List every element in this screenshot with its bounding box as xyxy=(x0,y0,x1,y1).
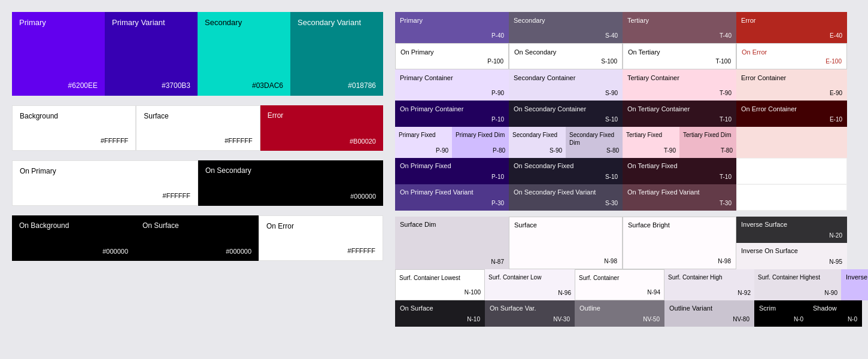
swatch-hex: #000000 xyxy=(350,193,376,200)
cell-code: E-100 xyxy=(825,58,842,65)
on-swatch-on-primary: On Primary#FFFFFF xyxy=(12,160,198,206)
cell-code: P-40 xyxy=(491,32,504,39)
cell-label: Surf. Container Lowest xyxy=(399,274,481,282)
row-surface-top: Surface Dim N-87 Surface N-98 Surface Br… xyxy=(395,217,868,269)
cell-code: S-80 xyxy=(606,147,619,154)
swatch-hex: #3700B3 xyxy=(162,81,190,90)
on-fixed-cell-on-secondary-fixed: On Secondary Fixed S-10 xyxy=(509,158,623,184)
cell-label: Surf. Container High xyxy=(668,273,751,281)
cell-code: P-10 xyxy=(491,116,504,123)
cell-label: On Tertiary Fixed xyxy=(627,162,732,169)
cell-code: P-90 xyxy=(491,90,504,96)
cell-label: On Secondary xyxy=(514,48,617,56)
color-cell-on-primary: On Primary P-100 xyxy=(395,43,509,69)
cell-label: On Primary Fixed xyxy=(400,162,504,169)
cell-label: Primary Container xyxy=(400,74,504,82)
surf-cont-cell-surf-container-low: Surf. Container Low N-96 xyxy=(485,269,575,300)
bg-color-row: Background#FFFFFFSurface#FFFFFFError#B00… xyxy=(12,105,383,151)
color-cell-on-error: On Error E-100 xyxy=(736,43,847,69)
cell-label: Tertiary Container xyxy=(627,74,732,82)
fixed-group-0: Primary Fixed P-90 Primary Fixed Dim P-8… xyxy=(395,127,509,158)
cell-code: T-80 xyxy=(721,147,733,154)
color-cell-primary-container: Primary Container P-90 xyxy=(395,69,509,101)
cell-label: On Surface Var. xyxy=(490,305,570,312)
surf-cell-surface: Surface N-98 xyxy=(509,217,623,269)
cell-label: On Secondary Fixed Variant xyxy=(514,188,618,196)
surf-cont-cell-surf-container-high: Surf. Container High N-92 xyxy=(664,269,754,300)
swatch-hex: #6200EE xyxy=(68,81,98,90)
cell-label: On Error Container xyxy=(741,105,842,113)
fixed-cell-tertiary-fixed-dim: Tertiary Fixed Dim T-80 xyxy=(679,127,736,158)
cell-label: Surf. Container Low xyxy=(488,273,571,281)
cell-label: On Error xyxy=(742,48,842,56)
swatch-name: On Primary xyxy=(20,167,190,175)
cell-code: N-90 xyxy=(824,290,837,296)
cell-label: Error xyxy=(741,16,842,25)
cell-code: E-40 xyxy=(830,32,842,39)
surf-cont-cell-surf-container: Surf. Container N-94 xyxy=(575,269,664,300)
cell-code: P-10 xyxy=(491,174,504,180)
bg-swatch-surface: Surface#FFFFFF xyxy=(136,105,260,151)
fixed-cell-primary-fixed-dim: Primary Fixed Dim P-80 xyxy=(452,127,509,158)
color-cell-secondary-container: Secondary Container S-90 xyxy=(509,69,623,101)
cell-label: Inverse Surface xyxy=(741,221,842,228)
cell-label: Secondary Fixed Dim xyxy=(569,131,619,147)
cell-label: Surf. Container xyxy=(579,274,660,282)
swatch-name: Background xyxy=(20,112,128,120)
color-cell-on-error-container: On Error Container E-10 xyxy=(736,101,847,127)
row-on-containers: On Primary Container P-10 On Secondary C… xyxy=(395,101,868,127)
cell-label: Tertiary Fixed xyxy=(626,131,676,139)
color-cell-on-secondary: On Secondary S-100 xyxy=(509,43,623,69)
cell-code: N-96 xyxy=(558,290,571,296)
cell-label: Outline xyxy=(579,305,660,312)
cell-code: E-10 xyxy=(830,116,842,123)
cell-label: Surface xyxy=(514,221,617,229)
cell-code: N-0 xyxy=(794,316,803,323)
swatch-hex: #B00020 xyxy=(350,138,376,145)
swatch-name: Error xyxy=(268,111,376,120)
on-row2: On Background#000000On Surface#000000On … xyxy=(12,215,383,261)
swatch-name: Surface xyxy=(144,112,252,120)
color-swatch-primary-variant: Primary Variant#3700B3 xyxy=(105,12,198,96)
cell-code: N-20 xyxy=(829,232,842,239)
bg-swatch-error: Error#B00020 xyxy=(260,105,383,151)
cell-code: N-94 xyxy=(647,289,660,296)
color-cell-on-tertiary: On Tertiary T-100 xyxy=(623,43,736,69)
swatch-name: Primary Variant xyxy=(112,18,190,27)
inverse-on-surface: Inverse On SurfaceN-95 xyxy=(736,243,847,269)
cell-label: Primary Fixed xyxy=(399,131,448,139)
cell-code: S-90 xyxy=(550,147,562,154)
swatch-name: Secondary xyxy=(205,18,283,27)
cell-code: P-90 xyxy=(436,147,448,154)
color-cell-on-tertiary-container: On Tertiary Container T-10 xyxy=(623,101,736,127)
cell-label: On Tertiary Container xyxy=(627,105,732,113)
row10-cell-scrim: Scrim N-0 xyxy=(754,300,808,327)
cell-code: P-30 xyxy=(491,200,504,206)
color-cell-on-secondary-container: On Secondary Container S-10 xyxy=(509,101,623,127)
inverse-primary: Inverse PrimaryP-80 xyxy=(841,269,868,300)
swatch-hex: #FFFFFF xyxy=(163,192,190,199)
inverse-surface-group: Inverse SurfaceN-20Inverse On SurfaceN-9… xyxy=(736,217,847,269)
inverse-surface-top: Inverse SurfaceN-20 xyxy=(736,217,847,243)
on-fixed-var-cell-on-primary-fixed-variant: On Primary Fixed Variant P-30 xyxy=(395,184,509,211)
color-cell-error: Error E-40 xyxy=(736,12,847,43)
cell-code: N-98 xyxy=(604,258,617,264)
row-containers: Primary Container P-90 Secondary Contain… xyxy=(395,69,868,101)
cell-label: Secondary xyxy=(514,16,618,25)
cell-code: NV-30 xyxy=(553,316,570,323)
cell-code: T-100 xyxy=(715,58,731,65)
swatch-hex: #000000 xyxy=(102,248,128,255)
cell-code: T-90 xyxy=(664,147,676,154)
fixed-cell-tertiary-fixed: Tertiary Fixed T-90 xyxy=(623,127,679,158)
fixed-cell-primary-fixed: Primary Fixed P-90 xyxy=(395,127,452,158)
color-cell-tertiary: Tertiary T-40 xyxy=(623,12,736,43)
cell-label: On Secondary Container xyxy=(514,105,618,113)
cell-code: N-92 xyxy=(738,290,751,296)
row10-cell-on-surface-var-: On Surface Var. NV-30 xyxy=(485,300,575,327)
swatch-name: Primary xyxy=(19,18,98,27)
color-swatch-secondary: Secondary#03DAC6 xyxy=(198,12,290,96)
cell-code: P-80 xyxy=(493,147,505,154)
cell-label: Primary Fixed Dim xyxy=(456,131,505,139)
row10-cell-on-surface: On Surface N-10 xyxy=(395,300,485,327)
cell-label: On Surface xyxy=(400,305,480,312)
